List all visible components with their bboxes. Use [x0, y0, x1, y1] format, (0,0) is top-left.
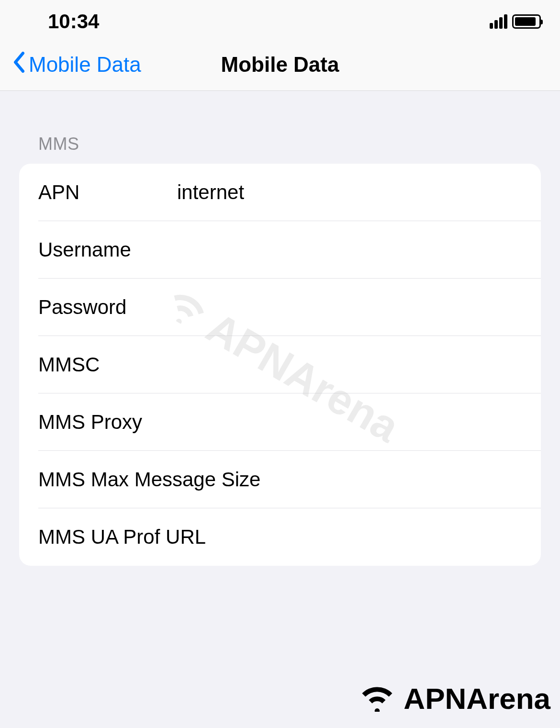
back-label: Mobile Data — [29, 53, 141, 77]
footer-brand: APNArena — [356, 678, 550, 718]
label-apn: APN — [38, 181, 177, 204]
label-password: Password — [38, 296, 177, 319]
nav-bar: Mobile Data Mobile Data — [0, 43, 560, 91]
input-mms-max-size[interactable] — [260, 468, 522, 491]
input-mms-proxy[interactable] — [177, 411, 522, 434]
wifi-icon — [356, 678, 399, 718]
input-username[interactable] — [177, 238, 522, 261]
chevron-left-icon — [12, 52, 26, 78]
input-password[interactable] — [177, 296, 522, 319]
signal-icon — [490, 14, 507, 29]
label-username: Username — [38, 238, 177, 261]
input-mmsc[interactable] — [177, 353, 522, 376]
content: MMS APN Username Password MMSC MMS Proxy… — [0, 91, 560, 566]
label-mmsc: MMSC — [38, 353, 177, 376]
page-title: Mobile Data — [221, 53, 339, 77]
row-username[interactable]: Username — [19, 221, 541, 279]
settings-group-mms: APN Username Password MMSC MMS Proxy MMS… — [19, 164, 541, 566]
row-mms-ua-prof[interactable]: MMS UA Prof URL — [19, 508, 541, 566]
row-mms-proxy[interactable]: MMS Proxy — [19, 393, 541, 451]
status-time: 10:34 — [48, 10, 99, 33]
row-mms-max-size[interactable]: MMS Max Message Size — [19, 451, 541, 508]
row-password[interactable]: Password — [19, 279, 541, 336]
back-button[interactable]: Mobile Data — [12, 52, 141, 78]
label-mms-proxy: MMS Proxy — [38, 411, 177, 434]
label-mms-max-size: MMS Max Message Size — [38, 468, 260, 491]
status-bar: 10:34 — [0, 0, 560, 43]
status-icons — [490, 14, 541, 29]
section-header-mms: MMS — [19, 134, 541, 154]
input-mms-ua-prof[interactable] — [206, 526, 522, 549]
battery-icon — [512, 14, 541, 29]
input-apn[interactable] — [177, 181, 522, 204]
row-apn[interactable]: APN — [19, 164, 541, 221]
footer-brand-text: APNArena — [403, 682, 550, 716]
label-mms-ua-prof: MMS UA Prof URL — [38, 526, 206, 549]
row-mmsc[interactable]: MMSC — [19, 336, 541, 393]
